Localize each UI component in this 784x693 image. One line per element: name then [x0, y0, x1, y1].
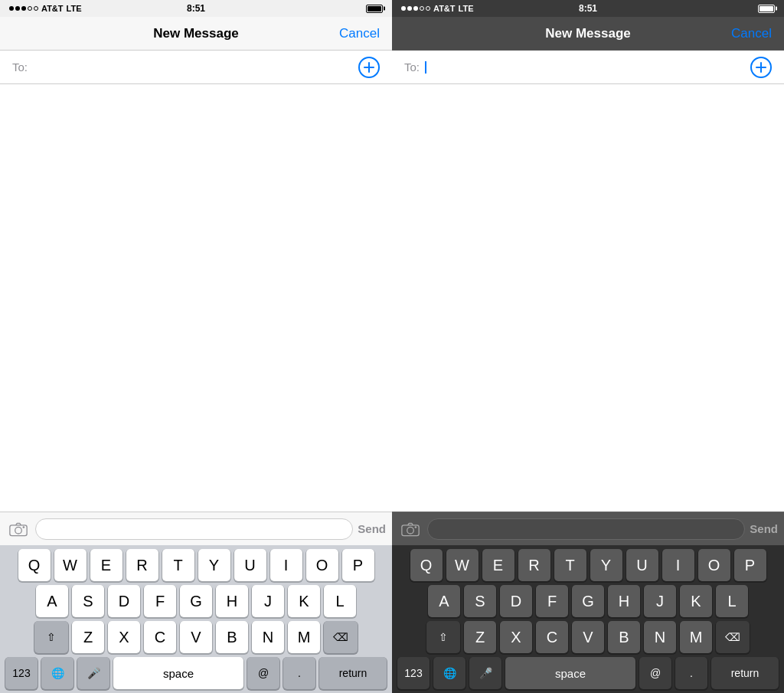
rkey-s[interactable]: S	[464, 585, 496, 617]
left-add-contact-button[interactable]	[358, 57, 380, 78]
rkey-numbers[interactable]: 123	[397, 657, 430, 689]
rkey-period[interactable]: .	[675, 657, 707, 689]
key-p[interactable]: P	[342, 549, 374, 581]
rkey-f[interactable]: F	[536, 585, 568, 617]
key-a[interactable]: A	[36, 585, 68, 617]
rkey-w[interactable]: W	[446, 549, 479, 581]
left-to-field: To:	[0, 51, 392, 84]
key-delete[interactable]: ⌫	[324, 621, 358, 653]
rkey-e[interactable]: E	[482, 549, 514, 581]
rkey-b[interactable]: B	[608, 621, 640, 653]
rkey-c[interactable]: C	[536, 621, 568, 653]
right-send-button[interactable]: Send	[750, 522, 778, 535]
right-cancel-button[interactable]: Cancel	[731, 26, 772, 41]
rkey-i[interactable]: I	[662, 549, 694, 581]
key-y[interactable]: Y	[198, 549, 230, 581]
left-camera-button[interactable]	[6, 517, 31, 541]
key-d[interactable]: D	[108, 585, 140, 617]
key-g[interactable]: G	[180, 585, 212, 617]
rkey-return[interactable]: return	[711, 657, 779, 689]
rkey-space[interactable]: space	[505, 657, 635, 689]
key-at[interactable]: @	[247, 657, 279, 689]
key-h[interactable]: H	[216, 585, 248, 617]
rkey-g[interactable]: G	[572, 585, 604, 617]
key-s[interactable]: S	[72, 585, 104, 617]
key-e[interactable]: E	[90, 549, 122, 581]
rkey-p[interactable]: P	[734, 549, 766, 581]
key-q[interactable]: Q	[18, 549, 51, 581]
rkey-m[interactable]: M	[680, 621, 712, 653]
left-send-button[interactable]: Send	[358, 522, 386, 535]
key-i[interactable]: I	[270, 549, 302, 581]
right-to-cursor-wrapper	[424, 60, 426, 74]
key-c[interactable]: C	[144, 621, 176, 653]
right-add-contact-button[interactable]	[750, 57, 772, 78]
rkey-z[interactable]: Z	[464, 621, 496, 653]
key-period[interactable]: .	[283, 657, 315, 689]
right-nav-title: New Message	[545, 26, 631, 41]
right-message-input-bar: Send	[392, 512, 784, 545]
key-z[interactable]: Z	[72, 621, 104, 653]
right-key-row-1: Q W E R T Y U I O P	[392, 545, 784, 581]
key-mic[interactable]: 🎤	[77, 657, 109, 689]
rkey-l[interactable]: L	[716, 585, 748, 617]
left-message-text-input[interactable]	[35, 518, 353, 540]
key-u[interactable]: U	[234, 549, 266, 581]
key-o[interactable]: O	[306, 549, 338, 581]
key-f[interactable]: F	[144, 585, 176, 617]
rkey-j[interactable]: J	[644, 585, 676, 617]
right-to-field: To:	[392, 51, 784, 84]
rkey-a[interactable]: A	[428, 585, 460, 617]
dot2	[15, 6, 20, 11]
key-t[interactable]: T	[162, 549, 194, 581]
rkey-n[interactable]: N	[644, 621, 676, 653]
key-n[interactable]: N	[252, 621, 284, 653]
rkey-r[interactable]: R	[518, 549, 550, 581]
right-message-text-input[interactable]	[427, 518, 745, 540]
rkey-t[interactable]: T	[554, 549, 586, 581]
key-b[interactable]: B	[216, 621, 248, 653]
left-status-bar: AT&T LTE 8:51	[0, 0, 392, 17]
rkey-o[interactable]: O	[698, 549, 730, 581]
left-nav-title: New Message	[153, 26, 239, 41]
key-l[interactable]: L	[324, 585, 356, 617]
left-cancel-button[interactable]: Cancel	[339, 26, 380, 41]
right-plus-icon	[756, 62, 766, 73]
rkey-q[interactable]: Q	[410, 549, 443, 581]
dot4	[28, 6, 32, 11]
rkey-x[interactable]: X	[500, 621, 532, 653]
left-signal-dots	[9, 6, 38, 11]
rkey-v[interactable]: V	[572, 621, 604, 653]
plus-icon	[364, 62, 374, 73]
key-numbers[interactable]: 123	[5, 657, 38, 689]
key-k[interactable]: K	[288, 585, 320, 617]
left-keyboard: Q W E R T Y U I O P A S D F G H J K L ⇧ …	[0, 545, 392, 693]
key-m[interactable]: M	[288, 621, 320, 653]
rkey-at[interactable]: @	[639, 657, 671, 689]
key-v[interactable]: V	[180, 621, 212, 653]
key-return[interactable]: return	[319, 657, 387, 689]
right-key-row-2: A S D F G H J K L	[392, 581, 784, 617]
key-w[interactable]: W	[54, 549, 87, 581]
rkey-d[interactable]: D	[500, 585, 532, 617]
left-key-row-2: A S D F G H J K L	[0, 581, 392, 617]
rkey-h[interactable]: H	[608, 585, 640, 617]
key-j[interactable]: J	[252, 585, 284, 617]
rkey-globe[interactable]: 🌐	[433, 657, 466, 689]
rdot2	[407, 6, 412, 11]
key-r[interactable]: R	[126, 549, 158, 581]
rkey-delete[interactable]: ⌫	[716, 621, 750, 653]
left-to-input[interactable]	[32, 60, 358, 74]
rkey-k[interactable]: K	[680, 585, 712, 617]
key-shift[interactable]: ⇧	[34, 621, 68, 653]
key-x[interactable]: X	[108, 621, 140, 653]
right-key-row-4: 123 🌐 🎤 space @ . return	[392, 653, 784, 693]
right-nav-bar: New Message Cancel	[392, 17, 784, 51]
right-camera-button[interactable]	[398, 517, 423, 541]
key-space[interactable]: space	[113, 657, 243, 689]
rkey-shift[interactable]: ⇧	[426, 621, 460, 653]
rkey-mic[interactable]: 🎤	[469, 657, 501, 689]
rkey-u[interactable]: U	[626, 549, 658, 581]
rkey-y[interactable]: Y	[590, 549, 622, 581]
key-globe[interactable]: 🌐	[41, 657, 74, 689]
